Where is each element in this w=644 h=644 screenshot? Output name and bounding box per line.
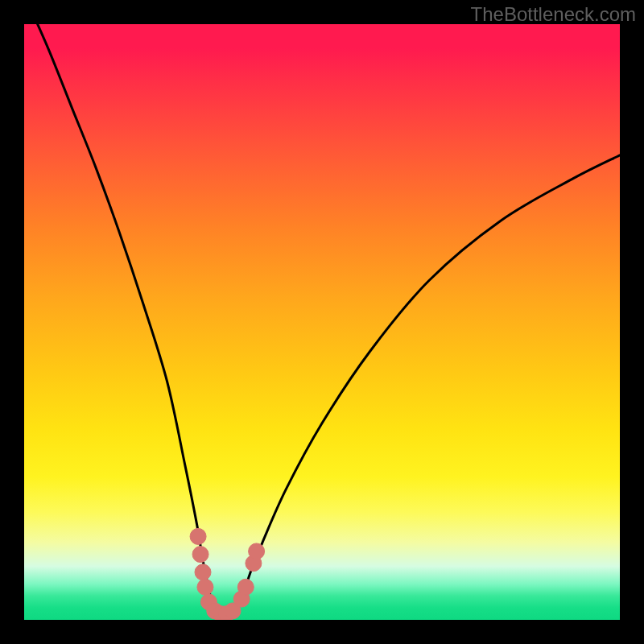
highlight-markers (190, 528, 265, 620)
highlight-marker (249, 543, 265, 559)
highlight-marker (190, 528, 206, 544)
highlight-marker (195, 564, 211, 580)
bottleneck-curve (24, 24, 620, 615)
chart-svg (24, 24, 620, 620)
plot-area (24, 24, 620, 620)
watermark-label: TheBottleneck.com (471, 3, 636, 26)
chart-frame: TheBottleneck.com (0, 0, 644, 644)
bottleneck-curve-path (24, 24, 620, 615)
highlight-marker (237, 579, 254, 595)
highlight-marker (192, 547, 208, 563)
highlight-marker (197, 579, 213, 595)
